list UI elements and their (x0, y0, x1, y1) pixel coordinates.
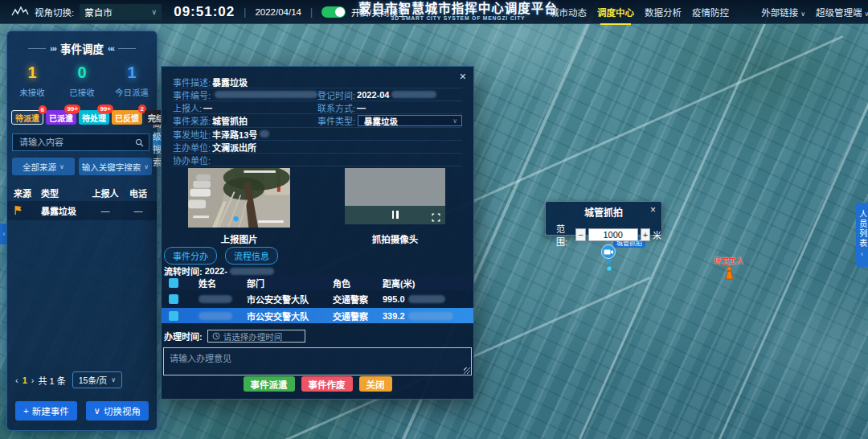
staff-row[interactable]: 市公安交警大队 交通警察 995.0 (162, 291, 473, 306)
stat-value: 0 (57, 64, 107, 82)
col-type: 类型 (41, 187, 84, 199)
col-source: 来源 (14, 187, 41, 199)
new-event-label: 新建事件 (32, 404, 69, 417)
worker-marker-label: 环卫工人 (714, 256, 743, 266)
staff-role: 交通警察 (325, 310, 375, 322)
reg-value: 2022-04 (357, 90, 389, 100)
video-screen[interactable] (345, 168, 445, 206)
model-toggle[interactable] (321, 6, 346, 18)
staff-dept: 市公安交警大队 (239, 310, 325, 322)
tab-label: 待派遣 (15, 112, 39, 124)
person-icon (724, 266, 735, 280)
keyword-filter-label: 输入关键字搜索 (82, 161, 141, 173)
chevron-down-icon: ∨ (111, 376, 116, 384)
flow-time-value: 2022- (205, 266, 227, 276)
col-role: 角色 (325, 277, 375, 289)
nav-external-links[interactable]: 外部链接∨ (761, 6, 805, 18)
tab-dispatched[interactable]: 已派遣 99+ (46, 110, 76, 125)
fullscreen-icon[interactable] (432, 211, 440, 225)
event-fields: 事件描述: 暴露垃圾 事件编号: 登记时间: 2022-04 上报人: — (173, 76, 462, 166)
nav-label: 超级管理端 (816, 8, 862, 18)
prev-page-button[interactable]: ‹ (15, 375, 18, 385)
city-select[interactable]: 蒙自市 ∨ (80, 4, 162, 20)
row-checkbox[interactable] (169, 294, 178, 304)
tab-pending-process[interactable]: 待处理 99+ (79, 110, 109, 125)
range-unit: 米 (653, 228, 661, 241)
source-filter-select[interactable]: 全部来源 ∨ (12, 158, 75, 175)
dispatch-button[interactable]: 事件派遣 (244, 376, 295, 392)
event-reporter: — (84, 206, 126, 215)
switch-view-button[interactable]: ∨ 切换视角 (86, 401, 149, 421)
nav-dispatch-center[interactable]: 调度中心 (597, 6, 634, 18)
redacted-value (199, 295, 232, 303)
decor-arrows-right: ››› (50, 43, 56, 53)
new-event-button[interactable]: + 新建事件 (15, 401, 77, 421)
range-increase-button[interactable]: + (641, 228, 650, 241)
select-all-checkbox[interactable] (169, 278, 178, 288)
resize-handle[interactable] (464, 367, 470, 374)
tab-flow-info[interactable]: 流程信息 (225, 247, 278, 265)
report-photo[interactable] (188, 168, 290, 228)
status-tabs: 待派遣 6 已派遣 99+ 待处理 99+ 已反馈 2 完结 (7, 110, 157, 125)
capture-camera-player (345, 168, 445, 224)
next-page-button[interactable]: › (31, 375, 35, 385)
field-contact: 联系方式: — (317, 101, 462, 114)
redacted-value (199, 312, 232, 320)
camera-marker[interactable] (601, 244, 617, 271)
stat-value: 1 (107, 64, 157, 82)
worker-marker[interactable]: 环卫工人 (714, 256, 743, 283)
stat-unreceived: 1 未接收 (7, 64, 57, 98)
col-phone: 电话 (126, 187, 150, 199)
close-button[interactable]: 关闭 (359, 376, 392, 392)
opinion-textarea[interactable] (163, 347, 472, 375)
contact-value: — (357, 103, 366, 113)
tab-pending-dispatch[interactable]: 待派遣 6 (11, 110, 43, 125)
handle-time-placeholder: 请选择办理时间 (223, 330, 283, 343)
field-row: 上报人: — 联系方式: — (173, 101, 462, 114)
range-label: 范围: (556, 222, 573, 248)
total-count: 共 1 条 (38, 374, 65, 387)
type-value: 暴露垃圾 (364, 115, 398, 127)
divider: | (310, 6, 313, 18)
modal-tabs: 事件分办 流程信息 (164, 247, 278, 265)
decor-line (118, 48, 136, 49)
platform-title: 蒙自市智慧城市指挥中心调度平台 (350, 2, 566, 15)
video-controls (345, 206, 445, 224)
staff-distance: 339.2 (375, 311, 473, 321)
field-row: 事件来源: 城管抓拍 事件类型: 暴露垃圾 ∨ (173, 114, 462, 128)
staff-row-selected[interactable]: 市公安交警大队 交通警察 339.2 (162, 308, 473, 323)
search-input[interactable] (18, 137, 135, 148)
nav-data-analysis[interactable]: 数据分析 (645, 6, 682, 18)
current-page[interactable]: 1 (23, 375, 27, 385)
panel-title-row: ››› 事件调度 ‹‹‹ (7, 40, 157, 56)
void-button[interactable]: 事件作废 (301, 376, 353, 392)
nav-super-admin[interactable]: 超级管理端∨ (816, 6, 868, 18)
stats-row: 1 未接收 0 已接收 1 今日派遣 (7, 64, 157, 98)
close-icon[interactable]: × (650, 204, 656, 215)
city-select-value: 蒙自市 (84, 6, 113, 18)
tab-label: 已反馈 (115, 112, 139, 124)
tab-event-assign[interactable]: 事件分办 (164, 247, 217, 265)
app-root: 视角切换: 蒙自市 ∨ 09:51:02 | 2022/04/14 | 开启/关… (0, 0, 868, 439)
event-type-select[interactable]: 暴露垃圾 ∨ (358, 115, 462, 126)
page-size-select[interactable]: 15条/页 ∨ (72, 371, 122, 388)
tab-feedback[interactable]: 已反馈 2 (112, 110, 142, 125)
person-list-tab[interactable]: 人员列表 ‹ (856, 203, 868, 267)
header-left: 视角切换: 蒙自市 ∨ 09:51:02 | 2022/04/14 | 开启/关… (11, 0, 407, 24)
handle-time-label: 办理时间: (164, 330, 203, 343)
close-icon[interactable]: × (460, 70, 466, 83)
nav-city-dynamics[interactable]: 城市动态 (550, 6, 587, 18)
chevron-down-icon: ∨ (800, 10, 805, 18)
chevron-down-icon: ∨ (452, 117, 457, 125)
pause-button[interactable] (392, 211, 399, 219)
range-input[interactable] (588, 228, 638, 241)
keyword-filter-select[interactable]: 输入关键字搜索 ∨ (79, 158, 152, 175)
event-row[interactable]: 暴露垃圾 — — (7, 201, 157, 220)
capture-popup-title: 城管抓拍 (546, 205, 661, 219)
nav-epidemic-control[interactable]: 疫情防控 (692, 6, 729, 18)
handle-time-picker[interactable]: 请选择办理时间 (207, 330, 305, 343)
row-checkbox[interactable] (169, 311, 178, 321)
view-switch-label: 视角切换: (35, 6, 74, 18)
opinion-field-wrap (163, 347, 472, 375)
range-decrease-button[interactable]: − (575, 228, 585, 241)
